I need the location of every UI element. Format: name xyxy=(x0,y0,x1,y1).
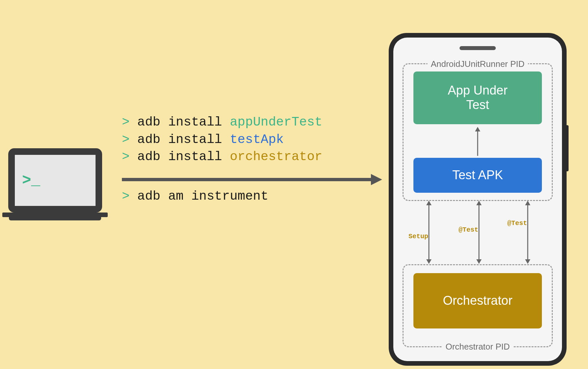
block-label: Test APK xyxy=(452,168,503,183)
pid-group-bottom: Orchestrator Orchestrator PID xyxy=(403,264,553,347)
block-orchestrator: Orchestrator xyxy=(413,273,542,328)
cmd-run: > adb am instrument xyxy=(122,189,268,204)
svg-marker-11 xyxy=(525,201,530,205)
adb-commands: > adb install appUnderTest > adb install… xyxy=(122,114,322,166)
laptop-icon: >_ xyxy=(8,148,108,220)
block-test-apk: Test APK xyxy=(413,158,542,193)
arrow-up-icon xyxy=(474,126,482,156)
arrow-bidir-icon xyxy=(425,199,433,265)
phone-screen: AndroidJUnitRunner PID App Under Test Te… xyxy=(393,38,562,361)
phone-speaker xyxy=(460,46,496,50)
cmd-arg: appUnderTest xyxy=(230,115,322,129)
laptop-base xyxy=(2,213,108,217)
prompt: > xyxy=(122,189,129,204)
block-app-under-test: App Under Test xyxy=(413,71,542,124)
arrow-label-test1: @Test xyxy=(459,226,478,234)
arrow-label-setup: Setup xyxy=(408,233,428,240)
block-label: App Under Test xyxy=(448,83,508,112)
prompt: > xyxy=(122,150,129,164)
arrow-label-test2: @Test xyxy=(507,219,527,227)
cmd-line-2: > adb install testApk xyxy=(122,131,322,149)
laptop-prompt: >_ xyxy=(22,172,40,189)
pid-group-top: AndroidJUnitRunner PID App Under Test Te… xyxy=(403,63,553,201)
pid-label-top: AndroidJUnitRunner PID xyxy=(428,59,528,69)
cmd-text: adb install xyxy=(137,132,222,147)
cmd-text: adb am instrument xyxy=(137,189,268,204)
svg-marker-6 xyxy=(426,259,432,264)
block-label: Orchestrator xyxy=(443,294,512,308)
phone-side-button xyxy=(567,125,569,171)
arrow-icon xyxy=(122,171,382,188)
arrow-bidir-icon xyxy=(524,199,532,265)
cmd-line-3: > adb install orchestrator xyxy=(122,148,322,166)
cmd-arg: testApk xyxy=(230,132,284,147)
svg-marker-5 xyxy=(426,201,432,205)
prompt: > xyxy=(122,115,129,129)
svg-marker-12 xyxy=(525,259,530,264)
laptop-screen: >_ xyxy=(8,148,102,213)
cmd-line-1: > adb install appUnderTest xyxy=(122,114,322,131)
cmd-text: adb install xyxy=(137,150,222,164)
svg-marker-8 xyxy=(476,201,482,205)
svg-marker-1 xyxy=(371,174,382,185)
svg-marker-9 xyxy=(476,259,482,264)
phone-icon: AndroidJUnitRunner PID App Under Test Te… xyxy=(389,33,567,366)
prompt: > xyxy=(122,132,129,147)
cmd-arg: orchestrator xyxy=(230,150,322,164)
cmd-text: adb install xyxy=(137,115,222,129)
svg-marker-3 xyxy=(475,127,480,131)
laptop-foot xyxy=(9,217,101,220)
pid-label-bottom: Orchestrator PID xyxy=(442,342,513,352)
